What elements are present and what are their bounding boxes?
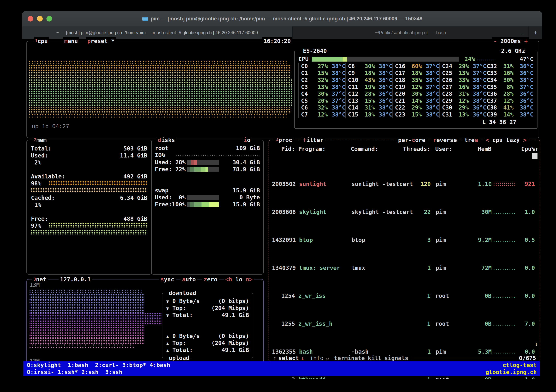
col-command[interactable]: Command: — [351, 145, 396, 152]
select-up-icon[interactable]: ↑ — [272, 355, 278, 361]
net-auto-button[interactable]: auto — [181, 276, 197, 283]
io-toggle[interactable]: io — [242, 136, 252, 144]
kill-button[interactable]: kill — [366, 355, 383, 361]
disk-swap-used-value: 0 Byte — [219, 194, 260, 201]
scrollbar-thumb[interactable] — [532, 153, 538, 159]
terminate-button[interactable]: terminate — [332, 355, 366, 361]
core-load-percent: 30% — [499, 77, 514, 84]
col-mem[interactable]: MemB — [464, 145, 491, 152]
core-name: C8 — [348, 63, 361, 70]
process-row[interactable]: 1255 z_wr_iss_h 1 root 0B 7.0 — [272, 320, 537, 327]
disk-root-name: root — [155, 145, 169, 152]
reverse-toggle[interactable]: reverse — [432, 136, 458, 144]
process-threads: 1 — [413, 264, 431, 271]
core-name: C24 — [442, 63, 454, 70]
process-row[interactable]: 2003502 sunlight sunlight -testcert 120 … — [272, 181, 537, 187]
cpu-core-cell: C8 30% 38°C — [345, 63, 393, 70]
core-name: C33 — [487, 69, 499, 77]
close-button[interactable] — [28, 16, 33, 22]
cpu-core-cell: C15 18% 38°C — [345, 111, 393, 118]
cpu-core-cell: C26 33% 38°C — [439, 77, 486, 84]
process-row[interactable]: 1340379 tmux: server tmux 1 pim 72M 0.0 — [272, 264, 537, 271]
proc-table: 2003502 sunlight sunlight -testcert 120 … — [272, 153, 537, 379]
core-load-percent: 41% — [499, 104, 514, 111]
core-temp: 36°C — [514, 90, 533, 97]
sort-selector[interactable]: < cpu lazy > — [484, 136, 528, 144]
process-user: root — [430, 292, 465, 299]
cpu-core-cell: C37 12% 36°C — [486, 97, 533, 104]
core-temp: 37°C — [328, 97, 345, 104]
interval-decrease-button[interactable]: - — [494, 38, 497, 45]
net-interface-ip: 127.0.0.1 — [59, 276, 92, 283]
tree-toggle[interactable]: tree — [463, 136, 479, 144]
tmux-windows[interactable]: 0:skylight 1:bash 2:curl- 3:btop* 4:bash — [27, 361, 170, 369]
preset-button[interactable]: preset * — [86, 37, 116, 45]
mem-used-percent: 2% — [34, 159, 41, 166]
net-zero-button[interactable]: zero — [202, 276, 219, 283]
proc-box-title[interactable]: 4proc — [275, 136, 294, 144]
core-temp: 36°C — [375, 84, 393, 91]
info-button[interactable]: info — [309, 355, 325, 361]
mem-free-percent: 97% — [31, 222, 47, 229]
process-row[interactable]: 1254 z_wr_iss 1 root 0B 0.0 — [272, 292, 537, 299]
core-name: C25 — [442, 69, 454, 77]
disk-swap-size: 15.9 GiB — [233, 187, 260, 194]
core-load-percent: 28% — [361, 90, 375, 97]
minimize-button[interactable] — [37, 16, 43, 22]
proc-box: 4proc filter per-core reverse tree < cpu… — [269, 140, 540, 362]
mem-box-title[interactable]: 2mem — [32, 136, 48, 144]
core-name: C3 — [301, 84, 314, 91]
core-name: C38 — [487, 104, 499, 111]
process-row[interactable]: 1432091 btop btop 3 pim 9.2M 0.5 — [272, 236, 537, 243]
cpu-box-title[interactable]: 1cpu — [34, 37, 49, 45]
signals-button[interactable]: signals — [383, 355, 410, 361]
proc-table-header: Pid: Program: Command: Threads: User: Me… — [272, 145, 537, 152]
process-row[interactable]: 2 kthreadd 1 root 0B 1.0 — [272, 376, 537, 379]
col-user[interactable]: User: — [430, 145, 465, 152]
core-temp: 38°C — [375, 104, 393, 111]
per-core-toggle[interactable]: per-core — [397, 136, 427, 144]
net-stats-box: download upload ▼ 0 Byte/s(0 bitps) ▼ To… — [162, 293, 253, 358]
download-total-value: 49.1 GiB — [222, 312, 249, 319]
core-load-percent: 12% — [499, 97, 514, 104]
cpu-total-percent: 24% — [459, 55, 475, 62]
process-program: sunlight — [297, 181, 351, 187]
col-threads[interactable]: Threads: — [396, 145, 430, 152]
window-titlebar[interactable]: pim — [mosh] pim@glootie.ipng.ch: /home/… — [22, 11, 542, 27]
process-pid: 2003502 — [272, 181, 297, 187]
process-cpu-minigraph — [494, 181, 516, 186]
scroll-down-icon[interactable]: ↓ — [534, 340, 538, 347]
net-interface-switcher[interactable]: <b lo n> — [224, 276, 254, 283]
sort-next-icon: > — [523, 137, 526, 144]
cpu-total-minigraph — [477, 58, 495, 61]
process-program: kthreadd — [296, 376, 351, 379]
interval-increase-button[interactable]: + — [524, 38, 528, 45]
zoom-button[interactable] — [46, 16, 52, 22]
window-title-text: pim — [mosh] pim@glootie.ipng.ch: /home/… — [151, 16, 423, 22]
menu-button[interactable]: menu — [63, 37, 79, 45]
process-cpu-minigraph — [493, 321, 516, 326]
process-program: skylight — [297, 208, 351, 215]
cpu-core-cell: C19 12% 37°C — [393, 84, 440, 91]
tmux-status-bar: 0:skylight 1:bash 2:curl- 3:btop* 4:bash… — [23, 361, 540, 376]
disk-root-size: 109 GiB — [236, 145, 260, 152]
mem-available-bar — [49, 181, 147, 186]
col-cpu[interactable]: Cpu% — [517, 145, 535, 152]
download-total-label: Total: — [172, 312, 193, 318]
net-sync-button[interactable]: sync — [159, 276, 176, 283]
process-row[interactable]: 2003608 skylight skylight -testcert 22 p… — [272, 208, 537, 215]
process-cpu-minigraph — [493, 377, 516, 379]
tmux-panes[interactable]: 0:irssi- 1:ssh* 2:ssh 3:ssh — [27, 369, 122, 376]
tab-overflow-button[interactable]: … — [519, 30, 524, 35]
col-program[interactable]: Program: — [296, 145, 351, 152]
disk-io-label: IO% — [155, 152, 173, 159]
new-tab-button[interactable]: + — [528, 26, 542, 39]
core-temp: 38°C — [422, 77, 440, 84]
core-temp: 36°C — [469, 104, 486, 111]
core-load-percent: 16% — [454, 84, 469, 91]
disks-box-title[interactable]: disks — [156, 136, 176, 144]
cpu-core-cell: C2 32% 38°C — [298, 77, 345, 84]
col-pid[interactable]: Pid: — [272, 145, 296, 152]
filter-button[interactable]: filter — [301, 136, 325, 144]
select-down-icon[interactable]: ↓ — [300, 355, 305, 361]
